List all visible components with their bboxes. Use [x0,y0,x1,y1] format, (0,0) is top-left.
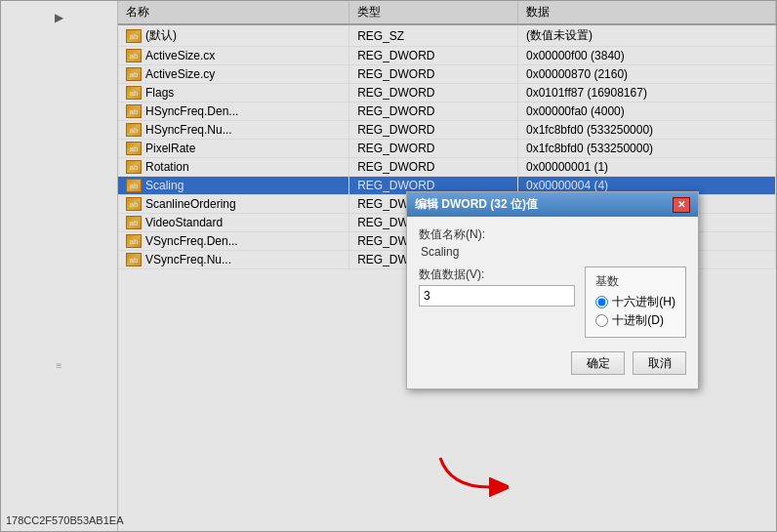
registry-window: ▶ ≡ 名称 类型 数据 ab(默认)REG_SZ(数值未设置)abActive… [0,0,777,532]
dec-radio[interactable]: 十进制(D) [595,312,675,329]
dialog-body: 数值名称(N): Scaling 数值数据(V): 基数 十六进制(H) 十进制… [407,217,698,389]
ok-button[interactable]: 确定 [571,351,625,375]
value-data-input[interactable] [419,285,575,307]
hex-radio[interactable]: 十六进制(H) [595,294,675,310]
dialog-titlebar: 编辑 DWORD (32 位)值 ✕ [407,192,698,217]
dialog-input-row: 数值数据(V): 基数 十六进制(H) 十进制(D) [419,266,686,338]
dialog-close-button[interactable]: ✕ [673,197,690,213]
hex-radio-label: 十六进制(H) [612,294,675,310]
value-data-label: 数值数据(V): [419,266,575,283]
value-name-display: Scaling [419,245,686,259]
edit-dword-dialog: 编辑 DWORD (32 位)值 ✕ 数值名称(N): Scaling 数值数据… [406,191,699,389]
value-name-label: 数值名称(N): [419,226,686,243]
dec-radio-label: 十进制(D) [612,312,664,329]
radix-label: 基数 [595,273,675,290]
cancel-button[interactable]: 取消 [633,351,686,375]
value-data-group: 数值数据(V): [419,266,575,307]
dialog-buttons: 确定 取消 [419,348,686,379]
dialog-title: 编辑 DWORD (32 位)值 [415,196,538,213]
dec-radio-input[interactable] [595,314,608,327]
hex-radio-input[interactable] [595,296,608,308]
radix-group: 基数 十六进制(H) 十进制(D) [585,266,686,338]
